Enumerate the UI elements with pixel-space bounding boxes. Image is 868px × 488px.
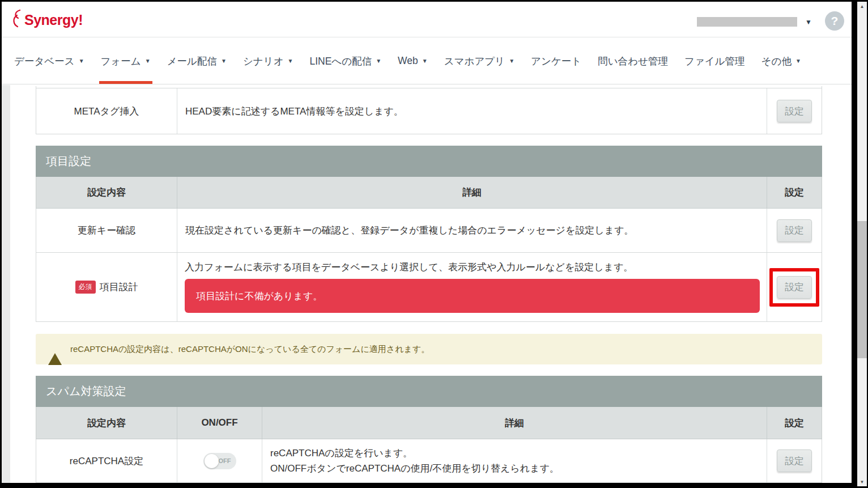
chevron-down-icon: ▼ (221, 58, 227, 64)
nav-item-others[interactable]: その他▼ (761, 38, 801, 84)
highlight-annotation-box: 設定 (769, 268, 819, 307)
chevron-down-icon: ▼ (422, 58, 428, 64)
meta-tag-table: METAタグ挿入 HEAD要素に記述するMETA情報等を設定します。 設定 (36, 86, 822, 134)
nav-item-mail-delivery[interactable]: メール配信▼ (167, 38, 227, 84)
account-dropdown[interactable]: ▼ (697, 17, 812, 27)
table-row-item-design: 必須 項目設計 入力フォームに表示する項目をデータベースより選択して、表示形式や… (36, 253, 822, 322)
table-header-row: 設定内容 ON/OFF 詳細 設定 (36, 407, 822, 439)
row-detail-line2: ON/OFFボタンでreCAPTCHAの使用/不使用を切り替えられます。 (270, 461, 767, 476)
row-label-group: 必須 項目設計 (36, 253, 177, 321)
chevron-down-icon: ▼ (795, 58, 801, 64)
account-name-redacted (697, 17, 797, 27)
toggle-knob (205, 454, 219, 468)
row-label: 項目設計 (100, 281, 138, 294)
chevron-down-icon: ▼ (79, 58, 84, 64)
nav-item-scenario[interactable]: シナリオ▼ (243, 38, 293, 84)
table-row-recaptcha: reCAPTCHA設定 OFF reCAPTCHAの設定を行います。 ON/OF… (36, 439, 822, 483)
help-icon[interactable]: ? (825, 11, 844, 31)
scroll-up-icon[interactable]: ▲ (857, 2, 867, 11)
row-detail: 入力フォームに表示する項目をデータベースより選択して、表示形式や入力ルールなどを… (185, 261, 760, 274)
section-title: スパム対策設定 (36, 376, 822, 407)
notice-text: reCAPTCHAの設定内容は、reCAPTCHAがONになっている全てのフォー… (70, 344, 429, 355)
row-label: reCAPTCHA設定 (36, 439, 177, 482)
meta-tag-settings-button[interactable]: 設定 (777, 100, 812, 122)
column-header-action: 設定 (767, 407, 822, 439)
recaptcha-toggle[interactable]: OFF (203, 453, 236, 469)
column-header-action: 設定 (767, 177, 822, 208)
chevron-down-icon: ▼ (288, 58, 293, 64)
row-action-cell: 設定 (767, 253, 822, 321)
recaptcha-settings-button[interactable]: 設定 (777, 449, 812, 472)
required-badge: 必須 (75, 281, 96, 294)
spam-settings-section: スパム対策設定 設定内容 ON/OFF 詳細 設定 reCAPTCHA設定 OF… (36, 376, 822, 483)
row-detail-cell: reCAPTCHAの設定を行います。 ON/OFFボタンでreCAPTCHAの使… (262, 439, 767, 482)
nav-item-smartphone-app[interactable]: スマホアプリ▼ (444, 38, 514, 84)
row-action-cell: 設定 (767, 209, 822, 252)
chevron-down-icon: ▼ (509, 58, 514, 64)
column-header-onoff: ON/OFF (177, 407, 262, 439)
top-header: Synergy! ▼ ? (2, 2, 852, 37)
warning-icon: ! (48, 343, 62, 355)
toggle-state-label: OFF (219, 457, 231, 464)
nav-item-file-management[interactable]: ファイル管理 (684, 38, 745, 84)
toggle-cell: OFF (177, 439, 262, 482)
left-gutter (2, 85, 10, 483)
synergy-logo[interactable]: Synergy! (11, 9, 83, 31)
nav-item-line-delivery[interactable]: LINEへの配信▼ (309, 38, 381, 84)
column-header-name: 設定内容 (36, 407, 177, 439)
row-action-cell: 設定 (767, 439, 822, 482)
screenshot-frame: Synergy! ▼ ? データベース▼ フォーム▼ メール配信▼ シナリオ▼ … (0, 0, 868, 488)
column-header-detail: 詳細 (262, 407, 767, 439)
row-label: 更新キー確認 (36, 209, 177, 252)
row-detail-line1: reCAPTCHAの設定を行います。 (270, 445, 767, 461)
nav-item-inquiry-management[interactable]: 問い合わせ管理 (598, 38, 668, 84)
recaptcha-notice-banner: ! reCAPTCHAの設定内容は、reCAPTCHAがONになっている全てのフ… (36, 334, 822, 364)
scrollbar-thumb[interactable] (857, 221, 867, 358)
nav-item-database[interactable]: データベース▼ (14, 38, 84, 84)
table-header-row: 設定内容 詳細 設定 (36, 177, 822, 209)
column-header-name: 設定内容 (36, 177, 177, 208)
update-key-settings-button[interactable]: 設定 (777, 219, 812, 242)
row-detail-cell: 入力フォームに表示する項目をデータベースより選択して、表示形式や入力ルールなどを… (177, 253, 767, 321)
nav-item-web[interactable]: Web▼ (398, 38, 428, 84)
main-nav: データベース▼ フォーム▼ メール配信▼ シナリオ▼ LINEへの配信▼ Web… (2, 38, 852, 84)
synergy-logo-icon (11, 9, 25, 31)
chevron-down-icon: ▼ (376, 58, 381, 64)
nav-item-form[interactable]: フォーム▼ (101, 38, 151, 84)
vertical-scrollbar[interactable]: ▲ ▼ (857, 2, 867, 486)
app-page: Synergy! ▼ ? データベース▼ フォーム▼ メール配信▼ シナリオ▼ … (2, 2, 852, 483)
nav-item-survey[interactable]: アンケート (531, 38, 581, 84)
row-action-cell: 設定 (767, 88, 822, 134)
item-design-error-alert: 項目設計に不備があります。 (185, 279, 760, 313)
row-detail: 現在設定されている更新キーの確認と、登録データが重複した場合のエラーメッセージを… (177, 209, 767, 252)
row-detail: HEAD要素に記述するMETA情報等を設定します。 (177, 88, 767, 134)
item-settings-section: 項目設定 設定内容 詳細 設定 更新キー確認 現在設定されている更新キーの確認と… (36, 146, 822, 322)
table-row-update-key: 更新キー確認 現在設定されている更新キーの確認と、登録データが重複した場合のエラ… (36, 209, 822, 253)
row-label: METAタグ挿入 (36, 88, 177, 134)
synergy-logo-text: Synergy! (24, 12, 83, 28)
scroll-down-icon[interactable]: ▼ (857, 477, 867, 486)
chevron-down-icon: ▼ (805, 19, 812, 26)
chevron-down-icon: ▼ (145, 58, 151, 64)
column-header-detail: 詳細 (177, 177, 767, 208)
table-row-meta-tag: METAタグ挿入 HEAD要素に記述するMETA情報等を設定します。 設定 (36, 88, 822, 134)
section-title: 項目設定 (36, 146, 822, 177)
item-design-settings-button[interactable]: 設定 (777, 276, 812, 299)
